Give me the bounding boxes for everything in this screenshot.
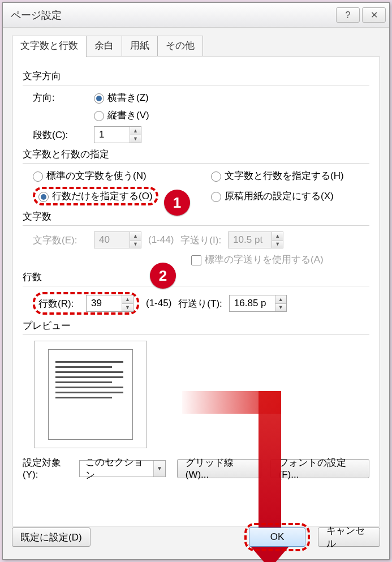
- callout-2: 2: [150, 263, 176, 289]
- spin-up-icon: ▲: [130, 127, 141, 135]
- cancel-button[interactable]: キャンセル: [318, 527, 380, 547]
- group-lines-title: 行数: [23, 271, 369, 284]
- radio-std-chars[interactable]: 標準の文字数を使う(N): [33, 169, 147, 182]
- columns-spinner[interactable]: ▲▼: [94, 126, 141, 143]
- columns-label: 段数(C):: [33, 128, 87, 141]
- tab-paper[interactable]: 用紙: [122, 36, 158, 56]
- chevron-down-icon: ▼: [153, 461, 165, 477]
- tab-margins[interactable]: 余白: [86, 36, 122, 56]
- chars-spinner: ▲▼: [94, 231, 141, 248]
- chars-range: (1-44): [148, 234, 174, 246]
- page-setup-dialog: ページ設定 ? ✕ 文字数と行数 余白 用紙 その他 文字方向 方向: 横書き(…: [2, 2, 390, 560]
- radio-horizontal[interactable]: 横書き(Z): [94, 91, 149, 104]
- char-pitch-spinner: ▲▼: [228, 231, 283, 248]
- spin-down-icon: ▼: [130, 135, 141, 143]
- gridlines-button[interactable]: グリッド線(W)...: [177, 459, 261, 478]
- dialog-title: ページ設定: [11, 8, 62, 22]
- radio-line-only[interactable]: 行数だけを指定する(O): [38, 190, 153, 203]
- group-chars-title: 文字数: [23, 210, 369, 223]
- highlight-ok: OK: [244, 523, 310, 551]
- lines-spinner[interactable]: ▲▼: [86, 295, 133, 312]
- preview-area: [34, 341, 147, 448]
- radio-char-line[interactable]: 文字数と行数を指定する(H): [211, 169, 369, 182]
- preview-page-icon: [48, 349, 133, 440]
- line-pitch-spinner[interactable]: ▲▼: [229, 295, 287, 312]
- close-button[interactable]: ✕: [362, 7, 386, 23]
- group-spec-title: 文字数と行数の指定: [23, 148, 369, 161]
- highlight-2: 行数(R): ▲▼: [33, 292, 139, 315]
- tab-panel: 文字方向 方向: 横書き(Z) 縦書き(V) 段数(C): ▲▼: [12, 57, 380, 526]
- chars-label: 文字数(E):: [33, 234, 87, 247]
- direction-label: 方向:: [33, 91, 87, 104]
- tabs: 文字数と行数 余白 用紙 その他: [12, 36, 380, 57]
- lines-range: (1-45): [146, 298, 171, 309]
- tab-chars-lines[interactable]: 文字数と行数: [12, 36, 87, 57]
- preview-title: プレビュー: [23, 319, 369, 332]
- line-pitch-label: 行送り(T):: [178, 297, 222, 310]
- font-settings-button[interactable]: フォントの設定(F)...: [270, 459, 369, 478]
- apply-combo[interactable]: このセクション ▼: [79, 460, 166, 477]
- char-pitch-label: 字送り(I):: [180, 234, 221, 247]
- set-default-button[interactable]: 既定に設定(D): [12, 527, 91, 547]
- callout-1: 1: [164, 190, 190, 216]
- apply-label: 設定対象(Y):: [23, 456, 74, 481]
- titlebar: ページ設定 ? ✕: [3, 3, 389, 28]
- tab-other[interactable]: その他: [157, 36, 203, 56]
- help-button[interactable]: ?: [336, 7, 360, 23]
- group-direction-title: 文字方向: [23, 70, 369, 83]
- radio-vertical[interactable]: 縦書き(V): [94, 109, 149, 122]
- ok-button[interactable]: OK: [249, 527, 305, 547]
- chk-std-pitch: 標準の字送りを使用する(A): [191, 253, 324, 266]
- lines-label: 行数(R):: [38, 297, 86, 310]
- highlight-1: 行数だけを指定する(O): [33, 187, 158, 205]
- radio-genkou[interactable]: 原稿用紙の設定にする(X): [211, 190, 369, 203]
